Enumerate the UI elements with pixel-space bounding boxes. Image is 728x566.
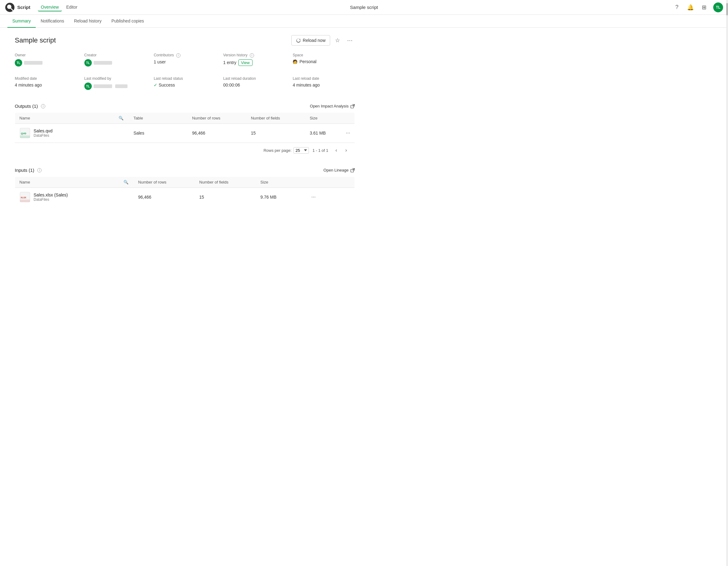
output-row-actions-cell: ⋯ (342, 124, 355, 143)
version-history-view-link[interactable]: View (238, 59, 253, 66)
inputs-col-name: Name 🔍 (15, 177, 134, 188)
nav-editor[interactable]: Editor (63, 3, 81, 11)
contributors-label: Contributors i (154, 53, 216, 58)
apps-icon[interactable]: ⊞ (700, 3, 708, 12)
inputs-table-header: Name 🔍 Number of rows Number of fields S… (15, 177, 355, 188)
space-icon: 🧑 (293, 59, 297, 64)
output-file-info: Sales.qvd DataFiles (34, 128, 52, 138)
last-reload-date-label: Last reload date (293, 76, 355, 81)
contributors-info-icon[interactable]: i (176, 53, 180, 58)
star-button[interactable]: ☆ (333, 35, 342, 45)
inputs-col-actions (307, 177, 354, 188)
modifier-name-blurred (94, 84, 112, 88)
top-nav: Script Overview Editor Sample script ? 🔔… (0, 0, 728, 15)
creator-name-blurred (94, 61, 112, 65)
scroll-thumb[interactable] (726, 3, 728, 15)
contributors-value: 1 user (154, 59, 216, 64)
modified-date-value: 4 minutes ago (15, 83, 77, 87)
prev-page-button[interactable]: ‹ (332, 146, 341, 155)
modifier-avatar: TL (84, 83, 92, 90)
rows-per-page-label: Rows per page: (264, 148, 292, 153)
outputs-col-table: Table (129, 113, 188, 124)
modified-date-label: Modified date (15, 76, 77, 81)
output-file-name: Sales.qvd (34, 128, 52, 133)
inputs-name-search-icon[interactable]: 🔍 (123, 180, 130, 184)
svg-rect-12 (20, 200, 30, 202)
qlik-logo-icon (5, 2, 15, 12)
input-row-more-icon[interactable]: ⋯ (311, 195, 316, 200)
notifications-icon[interactable]: 🔔 (686, 3, 695, 12)
table-row: XLSX Sales.xlsx (Sales) DataFiles 96,466… (15, 188, 355, 207)
creator-field: Creator TL (84, 53, 147, 67)
outputs-table: Name 🔍 Table Number of rows Number of fi… (15, 112, 355, 143)
header-actions: Reload now ☆ ⋯ (291, 35, 355, 46)
version-history-label: Version history i (223, 53, 285, 58)
tab-notifications[interactable]: Notifications (36, 15, 69, 28)
outputs-info-icon[interactable]: i (41, 104, 45, 108)
inputs-table: Name 🔍 Number of rows Number of fields S… (15, 176, 355, 207)
pagination-arrows: ‹ › (332, 146, 350, 155)
reload-duration-label: Last reload duration (223, 76, 285, 81)
input-row-name-cell: XLSX Sales.xlsx (Sales) DataFiles (15, 188, 134, 207)
last-modified-by-value: TL (84, 83, 147, 90)
page-header: Sample script Reload now ☆ ⋯ (15, 35, 355, 46)
last-modified-by-field: Last modified by TL (84, 76, 147, 90)
space-label: Space (293, 53, 355, 57)
svg-text:XLSX: XLSX (21, 196, 26, 199)
output-file-location: DataFiles (34, 133, 52, 138)
modifier-name-blurred2 (115, 84, 127, 88)
reload-now-label: Reload now (303, 38, 326, 43)
inputs-col-fields: Number of fields (195, 177, 256, 188)
logo: Script (5, 2, 30, 12)
rows-per-page-select[interactable]: 25 50 100 (293, 147, 309, 154)
page-info: 1 - 1 of 1 (313, 148, 328, 153)
svg-text:QVD: QVD (21, 132, 26, 135)
input-row-fields-cell: 15 (195, 188, 256, 207)
scrollbar[interactable] (726, 0, 728, 214)
version-history-info-icon[interactable]: i (250, 53, 254, 58)
tab-summary[interactable]: Summary (7, 15, 36, 28)
creator-value: TL (84, 59, 147, 67)
space-value: 🧑 Personal (293, 59, 355, 64)
inputs-info-icon[interactable]: i (37, 168, 42, 172)
reload-status-label: Last reload status (154, 76, 216, 81)
open-lineage-button[interactable]: Open Lineage (323, 168, 355, 172)
outputs-name-search-icon[interactable]: 🔍 (119, 116, 125, 120)
reload-now-button[interactable]: Reload now (291, 35, 330, 46)
inputs-col-rows: Number of rows (134, 177, 195, 188)
main-content: Sample script Reload now ☆ ⋯ Owner TL Cr… (0, 28, 370, 214)
tab-reload-history[interactable]: Reload history (69, 15, 107, 28)
input-file-info: Sales.xlsx (Sales) DataFiles (34, 192, 68, 202)
contributors-field: Contributors i 1 user (154, 53, 216, 67)
input-file-location: DataFiles (34, 197, 68, 202)
center-title: Sample script (350, 5, 378, 10)
creator-label: Creator (84, 53, 147, 57)
success-check-icon: ✓ (154, 83, 157, 87)
output-row-more-icon[interactable]: ⋯ (346, 131, 350, 135)
reload-status-value: ✓ Success (154, 83, 216, 87)
last-reload-date-value: 4 minutes ago (293, 83, 355, 87)
output-row-table-cell: Sales (129, 124, 188, 143)
user-avatar[interactable]: TL (713, 2, 723, 12)
outputs-col-size: Size (305, 113, 342, 124)
more-options-button[interactable]: ⋯ (345, 35, 355, 45)
metadata-row2: Modified date 4 minutes ago Last modifie… (15, 76, 355, 90)
nav-overview[interactable]: Overview (38, 3, 62, 11)
output-row-fields-cell: 15 (247, 124, 305, 143)
lineage-external-link-icon (350, 168, 355, 172)
rows-per-page-control: Rows per page: 25 50 100 (264, 147, 309, 154)
open-impact-analysis-button[interactable]: Open Impact Analysis (310, 104, 355, 108)
output-row-name-cell: QVD Sales.qvd DataFiles (15, 124, 129, 143)
input-row-size-cell: 9.76 MB (256, 188, 307, 207)
tab-nav: Summary Notifications Reload history Pub… (0, 15, 728, 28)
owner-name-blurred (24, 61, 42, 65)
help-icon[interactable]: ? (673, 3, 681, 12)
input-row-rows-cell: 96,466 (134, 188, 195, 207)
output-row-rows-cell: 96,466 (188, 124, 247, 143)
space-field: Space 🧑 Personal (293, 53, 355, 67)
tab-published-copies[interactable]: Published copies (107, 15, 149, 28)
owner-field: Owner TL (15, 53, 77, 67)
next-page-button[interactable]: › (342, 146, 350, 155)
inputs-section-header: Inputs (1) i Open Lineage (15, 168, 355, 173)
version-history-field: Version history i 1 entry View (223, 53, 285, 67)
